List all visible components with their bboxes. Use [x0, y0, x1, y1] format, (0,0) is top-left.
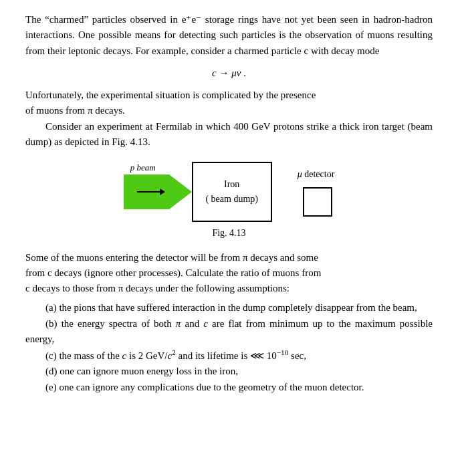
iron-label1: Iron [224, 177, 239, 192]
iron-label2: ( beam dump) [205, 192, 258, 207]
paragraph4-line1: Some of the muons entering the detector … [25, 250, 433, 265]
paragraph4-line2: from c decays (ignore other processes). … [25, 265, 433, 281]
iron-box: Iron ( beam dump) [192, 162, 272, 222]
paragraph4: Some of the muons entering the detector … [25, 250, 433, 297]
paragraph2: Unfortunately, the experimental situatio… [25, 88, 433, 119]
detector-group: μ detector [298, 167, 335, 217]
decay-mode: c → μν . [25, 66, 433, 81]
item-e: (e) one can ignore any complications due… [25, 380, 433, 395]
beam-group: p beam [124, 174, 192, 209]
assumptions-list: (a) the pions that have suffered interac… [25, 300, 433, 395]
decay-formula: c → μν . [212, 68, 246, 78]
paragraph4-line3: c decays to those from π decays under th… [25, 281, 433, 296]
beam-label: p beam [130, 161, 156, 174]
detector-label: μ detector [298, 167, 335, 182]
figure-413: p beam Iron ( beam dump) μ detector [25, 162, 433, 222]
beam-arrow [169, 174, 192, 209]
item-b: (b) the energy spectra of both π and c a… [25, 316, 433, 348]
paragraph3: Consider an experiment at Fermilab in wh… [25, 119, 433, 150]
inner-arrow [137, 189, 165, 195]
detector-box [303, 187, 332, 217]
item-a: (a) the pions that have suffered interac… [25, 300, 433, 316]
arrow-head [160, 189, 165, 195]
fig-caption: Fig. 4.13 [25, 226, 433, 241]
item-d: (d) one can ignore muon energy loss in t… [25, 364, 433, 379]
item-c: (c) the mass of the c is 2 GeV/c2 and it… [25, 347, 433, 364]
arrow-line [137, 191, 160, 193]
paragraph1: The “charmed” particles observed in e⁺e⁻… [25, 12, 433, 59]
